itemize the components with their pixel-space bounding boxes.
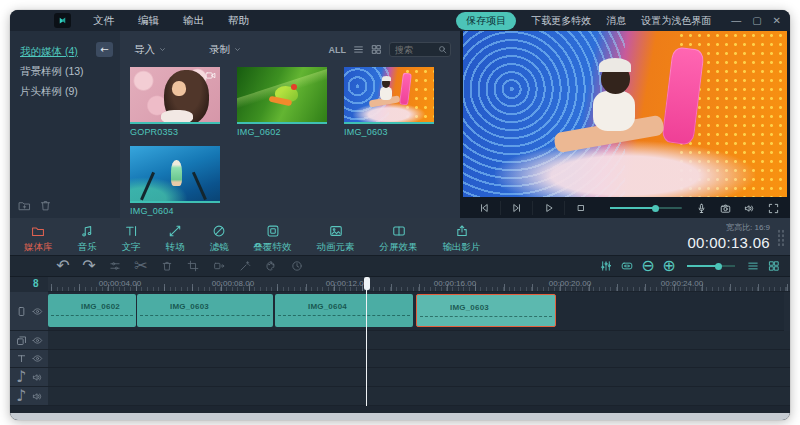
seek-slider[interactable] [610, 207, 682, 209]
duration-button[interactable] [291, 260, 303, 272]
app-window: 文件编辑输出帮助 保存项目 下载更多特效 消息 设置为浅色界面 — ▢ ✕ 我的… [10, 10, 790, 420]
tab-media-library[interactable]: 媒体库 [24, 224, 53, 254]
next-frame-button[interactable] [500, 201, 532, 215]
color-tuning-button[interactable] [265, 260, 277, 272]
tab-split-screen[interactable]: 分屏效果 [380, 224, 418, 254]
chevron-down-icon [158, 45, 167, 54]
link-clips-icon[interactable]: 8 [33, 278, 39, 289]
list-view-icon[interactable] [353, 44, 364, 55]
detach-button[interactable] [213, 260, 225, 272]
delete-folder-icon[interactable] [39, 199, 52, 212]
prev-frame-button[interactable] [468, 201, 500, 215]
media-item-img-0602[interactable]: IMG_0602 [237, 67, 327, 137]
fullscreen-icon[interactable] [768, 203, 779, 214]
messages-button[interactable]: 消息 [606, 14, 626, 28]
prev-frame-icon [479, 203, 489, 213]
tab-export-video[interactable]: 输出影片 [443, 224, 481, 254]
timeline-clip-1[interactable]: IMG_0602 [48, 294, 136, 327]
close-button[interactable]: ✕ [773, 15, 781, 26]
redo-button[interactable]: ↷ [83, 260, 95, 272]
media-item-name: GOPR0353 [130, 127, 220, 137]
download-effects-button[interactable]: 下载更多特效 [531, 14, 591, 28]
panel-resize-grip[interactable] [777, 229, 785, 246]
window-controls: — ▢ ✕ [731, 15, 781, 26]
crop-button[interactable] [187, 260, 199, 272]
save-project-button[interactable]: 保存项目 [456, 12, 516, 30]
grid-view-icon[interactable] [371, 44, 382, 55]
clip-name: IMG_0602 [81, 302, 120, 311]
theme-toggle-button[interactable]: 设置为浅色界面 [641, 14, 711, 28]
search-icon [438, 45, 447, 54]
undo-button[interactable]: ↶ [57, 260, 69, 272]
tab-overlays[interactable]: 叠覆特效 [254, 224, 292, 254]
snapshot-icon[interactable] [720, 203, 731, 214]
cut-button[interactable]: ✂ [135, 260, 147, 272]
record-dropdown[interactable]: 录制 [209, 43, 242, 57]
media-library-icon [31, 224, 45, 238]
tab-transitions[interactable]: 转场 [166, 224, 185, 254]
play-button[interactable] [532, 201, 564, 215]
video-track-icon [16, 306, 27, 317]
new-folder-icon[interactable] [18, 199, 31, 212]
zoom-in-button[interactable]: ⊕ [663, 260, 675, 272]
zoom-out-button[interactable]: ⊖ [642, 260, 654, 272]
tab-elements[interactable]: 动画元素 [317, 224, 355, 254]
tab-text[interactable]: 文字 [122, 224, 141, 254]
timeline-clip-3[interactable]: IMG_0604 [275, 294, 413, 327]
transport-buttons [468, 201, 596, 215]
media-grid: GOPR0353IMG_0602IMG_0603IMG_0604 [130, 67, 462, 225]
search-input[interactable] [390, 45, 436, 55]
collapse-sidebar-button[interactable]: ← [96, 42, 113, 57]
filter-all-button[interactable]: ALL [329, 45, 347, 55]
thumbnail-image [344, 67, 434, 124]
tab-filters[interactable]: 滤镜 [210, 224, 229, 254]
clip-name: IMG_0603 [450, 303, 489, 312]
media-item-name: IMG_0604 [130, 206, 220, 216]
audio-mixer-button[interactable] [600, 260, 612, 272]
fit-timeline-button[interactable] [621, 260, 633, 272]
track-grid-button[interactable] [768, 260, 780, 272]
seek-fill [610, 207, 655, 209]
speaker-icon[interactable] [32, 391, 43, 402]
media-toolbar: 导入 录制 ALL [134, 42, 451, 57]
view-tools: ⊖⊕ [600, 260, 780, 272]
timeline-zoom-slider[interactable] [687, 265, 735, 267]
transition-icon [168, 224, 182, 238]
sidebar-item-sample-intros[interactable]: 片头样例 (9) [10, 82, 120, 102]
ruler-label: 00:00:08.00 [212, 279, 254, 288]
timeline-clip-4[interactable]: IMG_0603 [416, 294, 556, 327]
keyframe-line [51, 315, 133, 316]
elements-icon [329, 224, 343, 238]
tab-music[interactable]: 音乐 [78, 224, 97, 254]
stop-button[interactable] [564, 201, 596, 215]
tab-label: 文字 [122, 241, 141, 254]
sidebar-item-sample-backgrounds[interactable]: 背景样例 (13) [10, 62, 120, 82]
text-track [10, 350, 790, 368]
advanced-edit-button[interactable] [239, 260, 251, 272]
volume-icon[interactable] [744, 203, 755, 214]
import-dropdown[interactable]: 导入 [134, 43, 167, 57]
seek-knob[interactable] [652, 205, 659, 212]
text-track-lane [48, 350, 790, 368]
minimize-button[interactable]: — [731, 15, 741, 26]
maximize-button[interactable]: ▢ [752, 15, 761, 26]
mic-icon[interactable] [696, 203, 707, 214]
menu-edit[interactable]: 编辑 [138, 14, 159, 28]
speaker-icon[interactable] [32, 372, 43, 383]
delete-button[interactable] [161, 260, 173, 272]
menu-export[interactable]: 输出 [183, 14, 204, 28]
playhead[interactable] [366, 277, 367, 406]
zoom-knob[interactable] [715, 263, 722, 270]
eye-icon[interactable] [32, 335, 43, 346]
timeline-ruler[interactable]: 00:00:04.0000:00:08.0000:00:12.0000:00:1… [48, 277, 790, 292]
properties-button[interactable] [109, 260, 121, 272]
track-list-button[interactable] [747, 260, 759, 272]
media-item-gopr0353[interactable]: GOPR0353 [130, 67, 220, 137]
eye-icon[interactable] [32, 306, 43, 317]
eye-icon[interactable] [32, 353, 43, 364]
menu-help[interactable]: 帮助 [228, 14, 249, 28]
media-item-img-0604[interactable]: IMG_0604 [130, 146, 220, 216]
media-item-img-0603[interactable]: IMG_0603 [344, 67, 434, 137]
timeline-clip-2[interactable]: IMG_0603 [137, 294, 273, 327]
menu-file[interactable]: 文件 [93, 14, 114, 28]
